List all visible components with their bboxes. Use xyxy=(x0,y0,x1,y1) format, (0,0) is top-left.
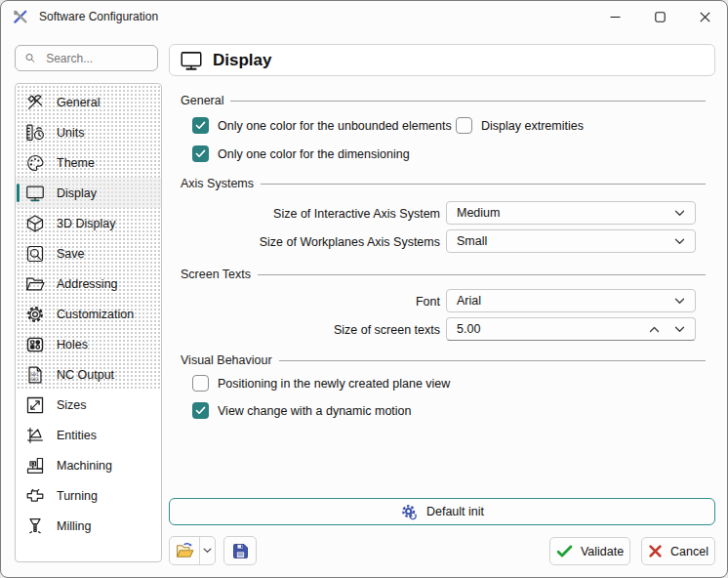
spinner-down-icon[interactable] xyxy=(674,326,685,333)
minimize-button[interactable] xyxy=(592,1,637,32)
section-screen-texts: Screen Texts xyxy=(181,268,706,281)
close-icon xyxy=(700,12,710,22)
default-init-button[interactable]: Default init xyxy=(169,498,715,525)
window-controls xyxy=(592,1,727,32)
sidebar-item-general[interactable]: General xyxy=(16,87,161,117)
sidebar-item-label: Addressing xyxy=(57,277,118,291)
interactive-axis-size-select[interactable]: Medium xyxy=(446,201,696,225)
floppy-magnifier-icon xyxy=(22,241,48,267)
positioning-plane-view-checkbox[interactable] xyxy=(192,375,209,392)
section-axis-label: Axis Systems xyxy=(181,177,254,190)
sidebar-item-holes[interactable]: Holes xyxy=(16,329,161,359)
machine-icon xyxy=(22,453,48,478)
gear-icon xyxy=(22,302,48,327)
checkbox-row-unbounded: Only one color for the unbounded element… xyxy=(192,117,452,134)
sidebar-item-turning[interactable]: Turning xyxy=(16,480,161,511)
default-init-label: Default init xyxy=(426,505,484,518)
sidebar-item-machining[interactable]: Machining xyxy=(16,450,161,480)
checkbox-row-positioning: Positioning in the newly created plane v… xyxy=(192,375,450,392)
sidebar-item-nc-output[interactable]: G01 G02 NC Output xyxy=(16,359,161,390)
chevron-down-icon xyxy=(674,238,685,245)
sidebar-item-customization[interactable]: Customization xyxy=(16,299,161,329)
display-header-icon xyxy=(179,48,204,73)
open-folder-icon xyxy=(175,541,195,561)
svg-text:G02: G02 xyxy=(30,376,39,381)
section-rule xyxy=(279,360,706,361)
page-header: Display xyxy=(169,44,715,76)
checkbox-row-dimensioning: Only one color for the dimensioning xyxy=(192,145,410,162)
unbounded-elements-checkbox[interactable] xyxy=(192,117,209,134)
workplanes-axis-size-select[interactable]: Small xyxy=(446,229,696,253)
page-title: Display xyxy=(213,51,271,70)
sidebar-item-label: Holes xyxy=(57,338,88,351)
palette-icon xyxy=(22,150,48,176)
spinner-up-icon[interactable] xyxy=(649,326,660,333)
checkbox-row-dynamic-motion: View change with a dynamic motion xyxy=(192,402,412,419)
window-title: Software Configuration xyxy=(39,10,158,23)
section-rule xyxy=(258,274,706,275)
sidebar-item-units[interactable]: Units xyxy=(16,117,161,147)
spinner-value: 5.00 xyxy=(457,322,480,336)
close-button[interactable] xyxy=(682,1,727,32)
search-input[interactable] xyxy=(44,51,148,66)
open-config-split-button[interactable] xyxy=(169,536,216,565)
sidebar-item-entities[interactable]: Entities xyxy=(16,420,161,450)
search-icon xyxy=(24,51,36,65)
svg-text:G01: G01 xyxy=(30,371,39,376)
validate-check-icon xyxy=(556,544,573,558)
check-icon xyxy=(195,406,206,415)
screen-text-size-spinner[interactable]: 5.00 xyxy=(446,317,696,341)
holes-icon xyxy=(22,332,48,357)
dimensioning-checkbox[interactable] xyxy=(192,145,209,162)
save-config-button[interactable] xyxy=(223,536,257,565)
section-visual-label: Visual Behaviour xyxy=(181,353,272,367)
cancel-x-icon xyxy=(648,544,663,558)
sidebar-item-sizes[interactable]: Sizes xyxy=(16,390,161,420)
section-general: General xyxy=(181,94,706,107)
lathe-part-icon xyxy=(22,483,48,509)
sidebar-item-label: Units xyxy=(57,126,84,140)
sidebar-item-label: Sizes xyxy=(57,398,87,412)
gear-reset-icon xyxy=(400,503,419,521)
validate-label: Validate xyxy=(581,545,624,558)
sidebar-item-label: Milling xyxy=(57,519,91,533)
chevron-down-icon xyxy=(674,298,685,305)
checkbox-row-extremities: Display extremities xyxy=(456,117,584,134)
check-icon xyxy=(195,149,206,158)
dynamic-motion-checkbox[interactable] xyxy=(192,402,209,419)
sidebar-item-save[interactable]: Save xyxy=(16,238,161,268)
software-configuration-window: Software Configuration xyxy=(0,0,728,578)
sidebar-item-display[interactable]: Display xyxy=(16,178,161,208)
validate-button[interactable]: Validate xyxy=(549,537,630,565)
font-label: Font xyxy=(169,295,440,309)
sidebar-item-label: Display xyxy=(57,186,97,200)
select-value: Small xyxy=(457,234,487,248)
workplanes-axis-size-label: Size of Workplanes Axis Systems xyxy=(169,235,440,249)
maximize-icon xyxy=(655,12,666,22)
monitor-icon xyxy=(22,181,48,206)
interactive-axis-size-label: Size of Interactive Axis System xyxy=(169,207,440,221)
cancel-button[interactable]: Cancel xyxy=(641,537,715,565)
cube-icon xyxy=(22,211,48,236)
sidebar-item-label: General xyxy=(57,96,100,109)
selected-indicator xyxy=(17,184,20,202)
section-rule xyxy=(261,184,706,185)
sidebar-search xyxy=(15,45,158,71)
check-icon xyxy=(195,121,206,130)
sidebar-item-milling[interactable]: Milling xyxy=(16,511,161,541)
sidebar-item-label: NC Output xyxy=(57,368,114,382)
checkbox-label: Only one color for the unbounded element… xyxy=(218,119,452,133)
minimize-icon xyxy=(610,12,621,22)
sidebar-item-label: Entities xyxy=(57,429,97,442)
open-config-menu-arrow[interactable] xyxy=(200,548,215,554)
section-rule xyxy=(230,101,706,102)
maximize-button[interactable] xyxy=(637,1,682,32)
font-select[interactable]: Arial xyxy=(446,289,696,312)
sidebar-item-label: Save xyxy=(57,247,85,261)
sidebar-item-addressing[interactable]: Addressing xyxy=(16,268,161,299)
section-general-label: General xyxy=(181,94,223,107)
sidebar-item-3d-display[interactable]: 3D Display xyxy=(16,208,161,238)
sidebar-item-theme[interactable]: Theme xyxy=(16,147,161,178)
display-extremities-checkbox[interactable] xyxy=(456,117,472,134)
diagonal-arrow-icon xyxy=(22,392,48,418)
